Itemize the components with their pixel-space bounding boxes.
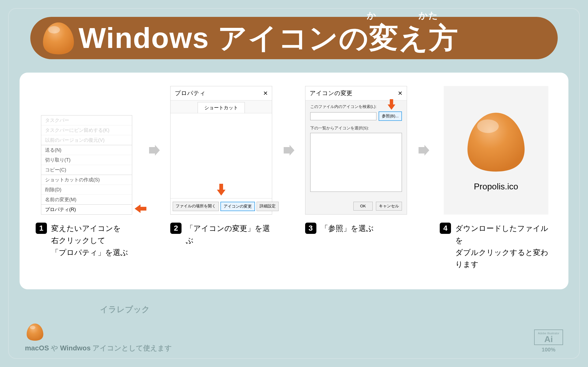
step-number: 1 [36,223,47,234]
flow-arrow [417,86,430,215]
step-number: 4 [440,223,451,234]
step-caption: ダウンロードしたファイルを ダブルクリックすると変わります [455,223,552,271]
arrow-left-icon [135,204,146,214]
arrow-right-icon [282,144,295,157]
menu-item[interactable]: タスクバーにピン留めする(K) [41,125,132,135]
svg-point-1 [477,119,499,133]
blob-icon [40,21,77,55]
tab-shortcut[interactable]: ショートカット [198,102,245,113]
step-2: プロパティ × ショートカット ファイルの場所を開く アイコンの変更 [170,86,272,247]
arrow-right-icon [147,144,160,157]
ruby-text: かた [419,11,438,20]
blob-icon [461,109,531,174]
cancel-button[interactable]: キャンセル [376,202,402,211]
arrow-right-icon [417,144,430,157]
step-4: Propolis.ico 4 ダウンロードしたファイルを ダブルクリックすると変… [440,86,552,271]
change-icon-window: アイコンの変更 × このファイル内のアイコンを検索(L): 参照(B)... 下… [305,86,407,215]
step-caption: 「参照」を選ぶ [321,223,374,235]
menu-item[interactable]: 名前の変更(M) [41,194,132,204]
blob-icon [25,323,45,341]
menu-item[interactable]: 送る(N) [41,145,132,155]
result-preview: Propolis.ico [444,86,548,215]
step-3: アイコンの変更 × このファイル内のアイコンを検索(L): 参照(B)... 下… [305,86,407,235]
open-location-button[interactable]: ファイルの場所を開く [173,202,219,211]
menu-item[interactable]: ショットカットの作成(S) [41,175,132,185]
svg-point-0 [48,26,60,33]
flow-arrow [282,86,295,215]
flow-arrow [147,86,160,215]
file-name: Propolis.ico [474,182,518,192]
close-icon[interactable]: × [263,89,268,98]
zoom-level: 100% [534,347,563,353]
window-title: プロパティ [175,89,206,97]
icon-path-input[interactable] [310,112,377,120]
advanced-button[interactable]: 詳細設定 [257,202,279,211]
menu-item[interactable]: コピー(C) [41,165,132,175]
context-menu: タスクバー タスクバーにピン留めする(K) 以前のバージョンの復元(V) 送る(… [41,115,132,215]
arrow-down-icon [387,99,396,110]
illustrator-badge: Adobe Illustrator Ai [534,329,563,345]
arrow-down-icon [216,184,226,196]
menu-item-properties[interactable]: プロパティ(R) [41,204,132,214]
step-caption: 「アイコンの変更」を選ぶ [186,223,272,247]
step-1: タスクバー タスクバーにピン留めする(K) 以前のバージョンの復元(V) 送る(… [36,86,138,259]
ruby-text: か [367,11,377,20]
footer-text: macOS や Windwos アイコンとして使えます [25,343,172,353]
footer: イラレブック macOS や Windwos アイコンとして使えます Adobe… [25,304,563,353]
svg-point-2 [30,326,35,329]
menu-item[interactable]: 以前のバージョンの復元(V) [41,135,132,145]
step-number: 3 [305,223,316,234]
page-title: Windows アイコンの変え方 か かた [79,24,458,53]
steps-card: タスクバー タスクバーにピン留めする(K) 以前のバージョンの復元(V) 送る(… [20,73,568,289]
brand-name: イラレブック [100,304,172,315]
page-frame: Windows アイコンの変え方 か かた タスクバー タスクバーにピン留めする… [8,8,580,359]
step-number: 2 [170,223,182,234]
browse-button[interactable]: 参照(B)... [379,111,402,121]
change-icon-button[interactable]: アイコンの変更 [220,202,255,211]
menu-item[interactable]: 削除(D) [41,185,132,194]
properties-window: プロパティ × ショートカット ファイルの場所を開く アイコンの変更 [170,86,272,215]
title-bar: Windows アイコンの変え方 か かた [30,17,558,59]
window-title: アイコンの変更 [310,89,352,97]
close-icon[interactable]: × [398,89,402,98]
step-caption: 変えたいアイコンを 右クリックして 「プロパティ」を選ぶ [51,223,128,259]
field-label: 下の一覧からアイコンを選択(S): [310,126,402,131]
menu-item[interactable]: 切り取り(T) [41,155,132,165]
icon-list[interactable] [310,133,402,192]
ok-button[interactable]: OK [353,202,373,211]
menu-item[interactable]: タスクバー [41,115,132,125]
